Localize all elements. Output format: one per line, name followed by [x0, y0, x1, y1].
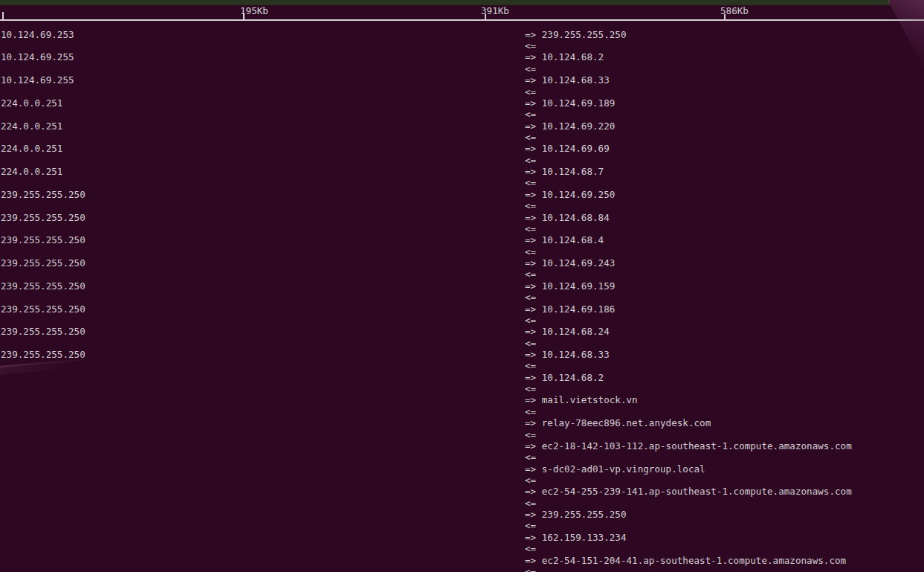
source-host: 239.255.255.250: [1, 349, 85, 360]
flow-tx-line: => ec2-18-142-103-112.ap-southeast-1.com…: [0, 440, 924, 452]
tx-arrow: =>: [525, 349, 536, 360]
rx-arrow: <=: [525, 475, 536, 486]
flow-tx-line: 239.255.255.250=> 10.124.68.84: [0, 212, 924, 223]
rx-arrow: <=: [525, 132, 536, 143]
flow-rx-line: <=: [0, 498, 924, 509]
tx-arrow: =>: [525, 189, 536, 200]
tx-arrow: =>: [525, 303, 536, 315]
dest-host: 10.124.69.243: [536, 257, 615, 269]
tx-entry: => ec2-54-151-204-41.ap-southeast-1.comp…: [525, 555, 846, 566]
iftop-terminal-screen[interactable]: 195Kb391Kb586Kb 10.124.69.253=> 239.255.…: [0, 0, 924, 572]
flow-rx-line: <=: [0, 132, 924, 143]
rx-arrow: <=: [525, 246, 536, 257]
tx-entry: => 10.124.68.33: [525, 349, 610, 360]
bandwidth-scale-bar: 195Kb391Kb586Kb: [0, 0, 924, 27]
flow-rx-line: <=: [0, 452, 924, 463]
dest-host: relay-78eec896.net.anydesk.com: [536, 417, 711, 428]
flow-row: 239.255.255.250=> 10.124.69.186<=: [0, 303, 924, 327]
tx-entry: => s-dc02-ad01-vp.vingroup.local: [525, 463, 705, 475]
tx-entry: => ec2-18-142-103-112.ap-southeast-1.com…: [525, 440, 852, 452]
rx-arrow: <=: [525, 543, 536, 554]
flow-row: 224.0.0.251=> 10.124.69.220<=: [0, 120, 924, 144]
flow-tx-line: => mail.vietstock.vn: [0, 394, 924, 405]
tx-entry: => 10.124.69.186: [525, 303, 615, 315]
flow-rx-line: <=: [0, 292, 924, 303]
rx-arrow: <=: [525, 360, 536, 371]
dest-host: 162.159.133.234: [536, 532, 626, 543]
dest-host: 10.124.69.189: [536, 97, 615, 109]
flow-tx-line: 224.0.0.251=> 10.124.68.7: [0, 166, 924, 177]
flow-row: => ec2-18-142-103-112.ap-southeast-1.com…: [0, 440, 924, 463]
rx-arrow: <=: [525, 383, 536, 394]
flow-row: 10.124.69.253=> 239.255.255.250<=: [0, 29, 924, 52]
flow-row: 224.0.0.251=> 10.124.68.7<=: [0, 166, 924, 189]
flow-rx-line: <=: [0, 338, 924, 349]
tx-entry: => relay-78eec896.net.anydesk.com: [525, 417, 711, 428]
flow-tx-line: 10.124.69.255=> 10.124.68.2: [0, 51, 924, 62]
source-host: 224.0.0.251: [1, 120, 62, 132]
tx-entry: => 10.124.68.84: [525, 212, 610, 223]
flow-row: 10.124.69.255=> 10.124.68.33<=: [0, 74, 924, 97]
rx-arrow: <=: [525, 498, 536, 509]
flow-tx-line: 239.255.255.250=> 10.124.69.243: [0, 257, 924, 269]
tx-arrow: =>: [525, 29, 536, 40]
dest-host: 239.255.255.250: [536, 29, 626, 40]
tx-entry: => ec2-54-255-239-141.ap-southeast-1.com…: [525, 486, 852, 497]
dest-host: ec2-54-255-239-141.ap-southeast-1.comput…: [536, 486, 852, 497]
rx-arrow: <=: [525, 429, 536, 440]
flow-row: => s-dc02-ad01-vp.vingroup.local<=: [0, 463, 924, 486]
tx-entry: => 162.159.133.234: [525, 532, 627, 543]
rx-arrow: <=: [525, 338, 536, 349]
rx-arrow: <=: [525, 269, 536, 280]
scale-axis-line: [0, 19, 924, 21]
rx-arrow: <=: [525, 200, 536, 211]
rx-arrow: <=: [525, 452, 536, 463]
scale-tick: [485, 14, 486, 19]
scale-tick: [724, 14, 726, 19]
rx-arrow: <=: [525, 63, 536, 74]
flow-row: 239.255.255.250=> 10.124.68.24<=: [0, 326, 924, 349]
flow-rx-line: <=: [0, 177, 924, 188]
flow-row: 239.255.255.250=> 10.124.68.33<=: [0, 349, 924, 372]
flow-row: 239.255.255.250=> 10.124.69.159<=: [0, 280, 924, 303]
flow-tx-line: 239.255.255.250=> 10.124.68.4: [0, 234, 924, 245]
tx-arrow: =>: [525, 143, 536, 154]
source-host: 10.124.69.255: [1, 51, 74, 62]
flow-tx-line: => ec2-54-151-204-41.ap-southeast-1.comp…: [0, 555, 924, 566]
flow-rx-line: <=: [0, 315, 924, 326]
flow-row: => 239.255.255.250<=: [0, 509, 924, 532]
flow-rx-line: <=: [0, 475, 924, 486]
flow-rx-line: <=: [0, 246, 924, 257]
flow-row: 239.255.255.250=> 10.124.68.4<=: [0, 234, 924, 257]
source-host: 224.0.0.251: [1, 97, 62, 109]
tx-entry: => 10.124.68.4: [525, 234, 604, 245]
tx-arrow: =>: [525, 463, 536, 475]
flow-rx-line: <=: [0, 63, 924, 74]
flow-rx-line: <=: [0, 566, 924, 572]
tx-entry: => 239.255.255.250: [525, 29, 627, 40]
source-host: 10.124.69.253: [1, 29, 74, 40]
flow-row: 239.255.255.250=> 10.124.69.243<=: [0, 257, 924, 280]
flow-rx-line: <=: [0, 223, 924, 234]
rx-arrow: <=: [525, 86, 536, 97]
flow-tx-line: 239.255.255.250=> 10.124.69.250: [0, 189, 924, 200]
flow-rx-line: <=: [0, 40, 924, 51]
flow-tx-line: 239.255.255.250=> 10.124.69.159: [0, 280, 924, 292]
tx-entry: => 10.124.68.2: [525, 372, 604, 383]
flow-tx-line: 224.0.0.251=> 10.124.69.69: [0, 143, 924, 154]
flow-tx-line: 239.255.255.250=> 10.124.68.33: [0, 349, 924, 360]
flow-rx-line: <=: [0, 155, 924, 166]
source-host: 239.255.255.250: [1, 234, 85, 245]
flow-row: 239.255.255.250=> 10.124.68.84<=: [0, 212, 924, 235]
rx-arrow: <=: [525, 406, 536, 417]
rx-arrow: <=: [525, 520, 536, 531]
source-host: 10.124.69.255: [1, 74, 74, 86]
dest-host: 10.124.68.24: [536, 326, 610, 337]
flow-tx-line: 10.124.69.255=> 10.124.68.33: [0, 74, 924, 86]
flow-tx-line: => 162.159.133.234: [0, 532, 924, 543]
dest-host: ec2-18-142-103-112.ap-southeast-1.comput…: [536, 440, 852, 452]
tx-arrow: =>: [525, 555, 536, 566]
dest-host: 10.124.68.33: [536, 349, 610, 360]
source-host: 224.0.0.251: [1, 143, 62, 154]
flow-row: 10.124.69.255=> 10.124.68.2<=: [0, 51, 924, 74]
